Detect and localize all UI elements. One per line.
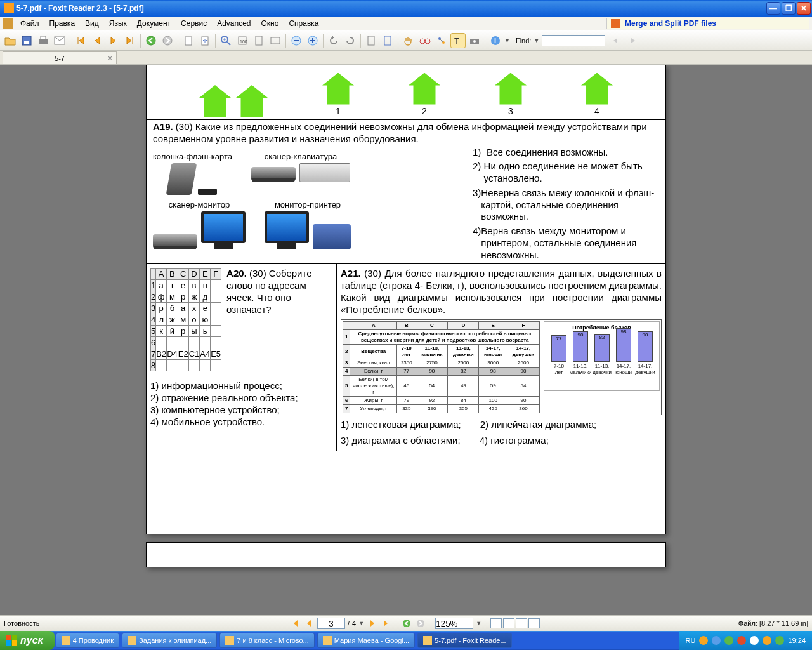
tray-icon[interactable]	[763, 636, 771, 645]
open-button[interactable]	[3, 33, 18, 48]
forward-button[interactable]	[160, 33, 175, 48]
nav-back-button[interactable]	[401, 618, 412, 629]
nav-last-button[interactable]	[381, 618, 392, 629]
measure-icon[interactable]	[434, 33, 449, 48]
save-button[interactable]	[19, 33, 34, 48]
menu-help[interactable]: Справка	[284, 19, 324, 28]
hand-tool-button[interactable]	[401, 33, 416, 48]
window-title: 5-7.pdf - Foxit Reader 2.3 - [5-7.pdf]	[16, 4, 766, 13]
spreadsheet-table: ABCDEF1атевп2фмржд3рбахе4лжмою5кйрыь67B2…	[150, 268, 221, 371]
ad-banner[interactable]: Merge and Split PDF files	[606, 18, 809, 29]
app-icon	[4, 3, 14, 13]
fit-width-button[interactable]	[268, 33, 283, 48]
svg-rect-32	[12, 640, 17, 646]
task-item[interactable]: 4 Проводник	[56, 633, 119, 648]
bar-chart: Потребление белков 777-10 лет9011-13, ма…	[544, 321, 660, 391]
view-cont-facing-button[interactable]	[528, 618, 540, 628]
find-input[interactable]	[542, 35, 605, 46]
menu-service[interactable]: Сервис	[176, 19, 212, 28]
svg-text:100: 100	[240, 39, 247, 44]
svg-point-24	[473, 40, 476, 43]
next-page-button[interactable]	[106, 33, 121, 48]
document-tab[interactable]: 5-7 ×	[3, 51, 117, 64]
first-page-button[interactable]	[73, 33, 88, 48]
info-button[interactable]: i	[488, 33, 503, 48]
menu-lang[interactable]: Язык	[104, 19, 132, 28]
zoom-actual-button[interactable]: 100	[235, 33, 250, 48]
back-button[interactable]	[143, 33, 159, 48]
menu-document[interactable]: Документ	[132, 19, 176, 28]
attachment-button[interactable]	[380, 33, 395, 48]
minimize-button[interactable]: —	[766, 2, 780, 15]
view-single-button[interactable]	[490, 618, 502, 628]
svg-point-5	[147, 36, 155, 45]
rotate-left-button[interactable]	[326, 33, 341, 48]
nav-first-button[interactable]	[289, 618, 301, 629]
last-page-button[interactable]	[122, 33, 138, 48]
zoom-input[interactable]	[435, 618, 473, 629]
glasses-icon[interactable]	[417, 33, 433, 48]
export-button[interactable]	[197, 33, 213, 48]
svg-point-6	[163, 36, 172, 45]
task-item[interactable]: 5-7.pdf - Foxit Reade...	[417, 633, 512, 648]
task-item[interactable]: Мария Маева - Googl...	[317, 633, 415, 648]
svg-rect-29	[6, 635, 11, 640]
menu-view[interactable]: Вид	[80, 19, 104, 28]
start-button[interactable]: пуск	[0, 631, 55, 650]
fit-page-button[interactable]	[251, 33, 266, 48]
email-button[interactable]	[52, 33, 67, 48]
zoom-in-button[interactable]	[218, 33, 233, 48]
svg-rect-17	[384, 36, 391, 45]
tab-close-icon[interactable]: ×	[108, 54, 112, 63]
svg-rect-30	[12, 635, 17, 640]
rotate-right-button[interactable]	[343, 33, 358, 48]
document-viewport[interactable]: 1 2 3 4 А19. (30) Какие из предложенных …	[0, 65, 812, 615]
menu-file[interactable]: Файл	[15, 19, 44, 28]
nav-forward-button[interactable]	[415, 618, 426, 629]
svg-point-27	[403, 620, 410, 627]
svg-point-18	[420, 39, 425, 44]
menu-edit[interactable]: Правка	[44, 19, 81, 28]
snapshot-button[interactable]	[467, 33, 482, 48]
lang-indicator[interactable]: RU	[686, 637, 696, 644]
bookmark-button[interactable]	[363, 33, 379, 48]
view-continuous-button[interactable]	[503, 618, 514, 628]
svg-rect-31	[6, 640, 11, 646]
system-tray[interactable]: RU 19:24	[679, 631, 812, 650]
question-a19: А19. (30) Какие из предложенных соединен…	[147, 119, 665, 147]
clock[interactable]: 19:24	[788, 637, 806, 644]
find-prev-button[interactable]	[608, 33, 623, 48]
tray-icon[interactable]	[775, 636, 784, 645]
tray-icon[interactable]	[750, 636, 759, 645]
task-item[interactable]: Задания к олимпиад...	[122, 633, 217, 648]
ad-link[interactable]: Merge and Split PDF files	[625, 19, 716, 28]
nav-prev-button[interactable]	[303, 618, 315, 629]
menu-window[interactable]: Окно	[256, 19, 284, 28]
view-facing-button[interactable]	[516, 618, 527, 628]
tray-icon[interactable]	[712, 636, 721, 645]
task-item[interactable]: 7 и 8 класс - Microso...	[219, 633, 314, 648]
zoom-in-btn[interactable]	[305, 33, 320, 48]
tray-icon[interactable]	[724, 636, 733, 645]
svg-rect-3	[41, 36, 46, 39]
window-titlebar: 5-7.pdf - Foxit Reader 2.3 - [5-7.pdf] —…	[0, 0, 812, 17]
tab-label: 5-7	[55, 55, 65, 62]
find-label: Find:	[516, 37, 531, 44]
print-button[interactable]	[36, 33, 51, 48]
menu-advanced[interactable]: Advanced	[212, 19, 256, 28]
svg-rect-12	[256, 36, 262, 45]
clipboard-button[interactable]	[181, 33, 196, 48]
tray-icon[interactable]	[699, 636, 708, 645]
house-figures: 1 2 3 4	[147, 65, 665, 119]
file-info: Файл: [8.27 * 11.69 in]	[738, 620, 808, 627]
find-next-button[interactable]	[625, 33, 641, 48]
status-text: Готовность	[4, 620, 289, 627]
prev-page-button[interactable]	[89, 33, 105, 48]
zoom-out-btn[interactable]	[289, 33, 304, 48]
text-select-button[interactable]: T	[450, 33, 466, 48]
nav-next-button[interactable]	[367, 618, 378, 629]
page-input[interactable]	[317, 618, 345, 629]
tray-icon[interactable]	[737, 636, 746, 645]
close-button[interactable]: ✕	[797, 2, 811, 15]
maximize-button[interactable]: ❐	[782, 2, 796, 15]
